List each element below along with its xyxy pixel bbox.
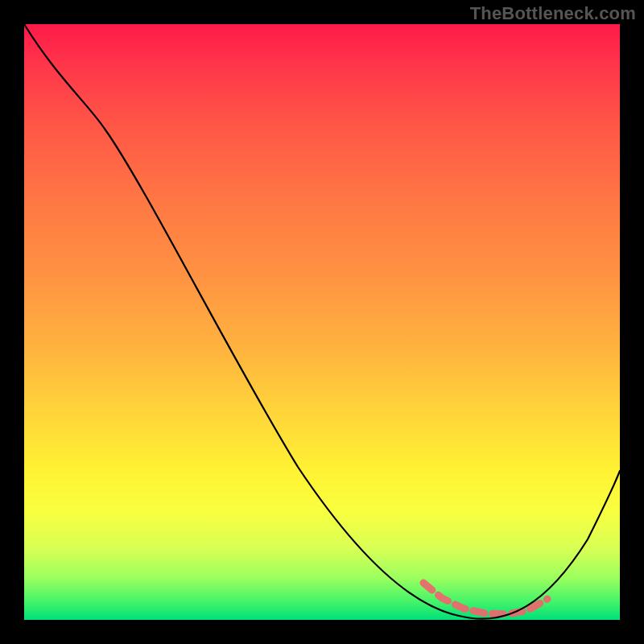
plot-area — [24, 24, 620, 620]
bottleneck-curve-svg — [24, 24, 620, 620]
bottleneck-curve — [24, 24, 620, 619]
optimal-range-highlight — [423, 583, 547, 614]
chart-container: TheBottleneck.com — [0, 0, 644, 644]
watermark-label: TheBottleneck.com — [470, 3, 636, 24]
